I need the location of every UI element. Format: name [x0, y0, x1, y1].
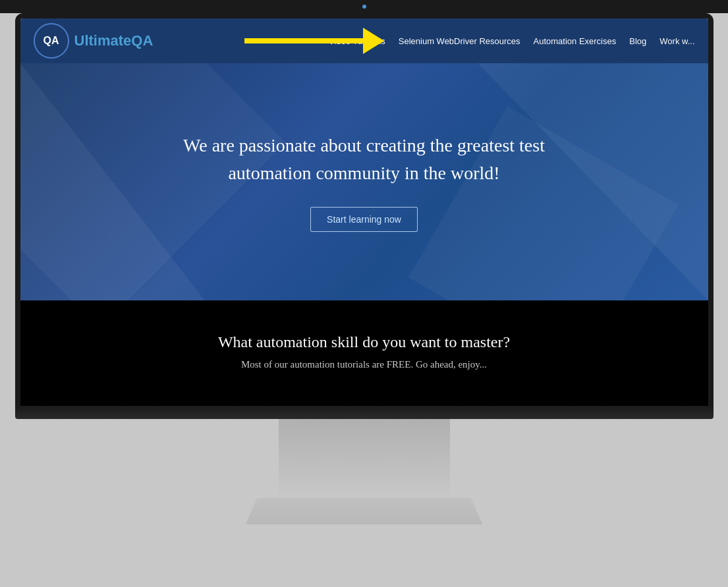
nav-selenium[interactable]: Selenium WebDriver Resources [399, 36, 520, 46]
arrow-annotation [244, 28, 384, 54]
logo-qa-accent: QA [131, 32, 153, 49]
hero-content: We are passionate about creating the gre… [154, 92, 575, 271]
hero-title: We are passionate about creating the gre… [167, 132, 562, 187]
hero-section: We are passionate about creating the gre… [20, 63, 708, 300]
logo-ultimate: Ultimate [74, 32, 132, 49]
arrow-head [363, 28, 384, 54]
monitor-frame: QA UltimateQA Video Tutorials Selenium W… [15, 13, 714, 406]
top-bar-dot [362, 5, 366, 9]
top-bar [0, 0, 728, 13]
nav-work[interactable]: Work w... [659, 36, 694, 46]
start-learning-button[interactable]: Start learning now [310, 207, 418, 232]
logo-area[interactable]: QA UltimateQA [34, 23, 154, 59]
monitor-stand-base [246, 498, 483, 524]
navbar: QA UltimateQA Video Tutorials Selenium W… [20, 18, 708, 63]
logo-name: UltimateQA [74, 32, 154, 49]
monitor-bottom [15, 406, 714, 419]
monitor-stand-neck [279, 419, 450, 498]
nav-blog[interactable]: Blog [629, 36, 646, 46]
section-black-heading: What automation skill do you want to mas… [34, 333, 695, 351]
nav-automation[interactable]: Automation Exercises [534, 36, 617, 46]
arrow-body [244, 38, 363, 43]
section-black-subtext: Most of our automation tutorials are FRE… [34, 359, 695, 370]
logo-badge: QA [34, 23, 69, 59]
screen: QA UltimateQA Video Tutorials Selenium W… [20, 18, 708, 406]
section-black: What automation skill do you want to mas… [20, 300, 708, 406]
logo-qa-text: QA [43, 36, 59, 46]
